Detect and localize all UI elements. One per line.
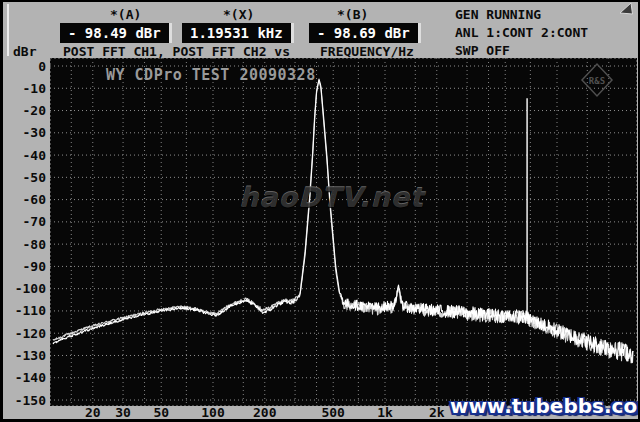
svg-text:-110: -110 bbox=[15, 303, 46, 318]
svg-text:-100: -100 bbox=[15, 281, 46, 296]
screen-edge-left bbox=[0, 0, 3, 422]
svg-text:-70: -70 bbox=[23, 214, 47, 229]
corner-fold-mark bbox=[620, 3, 633, 14]
svg-text:30: 30 bbox=[115, 405, 131, 420]
y-axis-ticks: 0-10-20-30-40-50-60-70-80-90-100-110-120… bbox=[15, 59, 46, 408]
svg-text:-90: -90 bbox=[23, 259, 47, 274]
svg-text:200: 200 bbox=[253, 405, 277, 420]
svg-text:500: 500 bbox=[321, 405, 345, 420]
svg-text:-50: -50 bbox=[23, 170, 47, 185]
svg-text:1k: 1k bbox=[377, 405, 393, 420]
svg-text:0: 0 bbox=[38, 59, 46, 74]
watermark-bottom-right: www.tubebbs.com bbox=[450, 394, 640, 418]
watermark-center: haoDTV.net bbox=[239, 182, 424, 213]
svg-text:100: 100 bbox=[201, 405, 225, 420]
svg-text:-20: -20 bbox=[23, 103, 47, 118]
svg-text:20: 20 bbox=[85, 405, 101, 420]
svg-text:-120: -120 bbox=[15, 326, 46, 341]
svg-text:-40: -40 bbox=[23, 148, 47, 163]
svg-text:-60: -60 bbox=[23, 192, 47, 207]
svg-text:-150: -150 bbox=[15, 393, 46, 408]
screen-edge-top bbox=[0, 0, 640, 2]
plot-title: WY CDPro TEST 20090328 bbox=[106, 66, 316, 84]
svg-text:-10: -10 bbox=[23, 81, 47, 96]
x-axis-ticks: 2030501002005001k2k bbox=[85, 405, 445, 420]
svg-text:2k: 2k bbox=[429, 405, 445, 420]
analyzer-screen: *(A) *(X) *(B) - 98.49 dBr 1.19531 kHz -… bbox=[0, 0, 640, 422]
svg-text:-80: -80 bbox=[23, 237, 47, 252]
svg-text:50: 50 bbox=[153, 405, 169, 420]
rs-logo-text: R&S bbox=[589, 76, 605, 86]
svg-text:-30: -30 bbox=[23, 125, 47, 140]
svg-text:-130: -130 bbox=[15, 348, 46, 363]
svg-text:-140: -140 bbox=[15, 370, 46, 385]
